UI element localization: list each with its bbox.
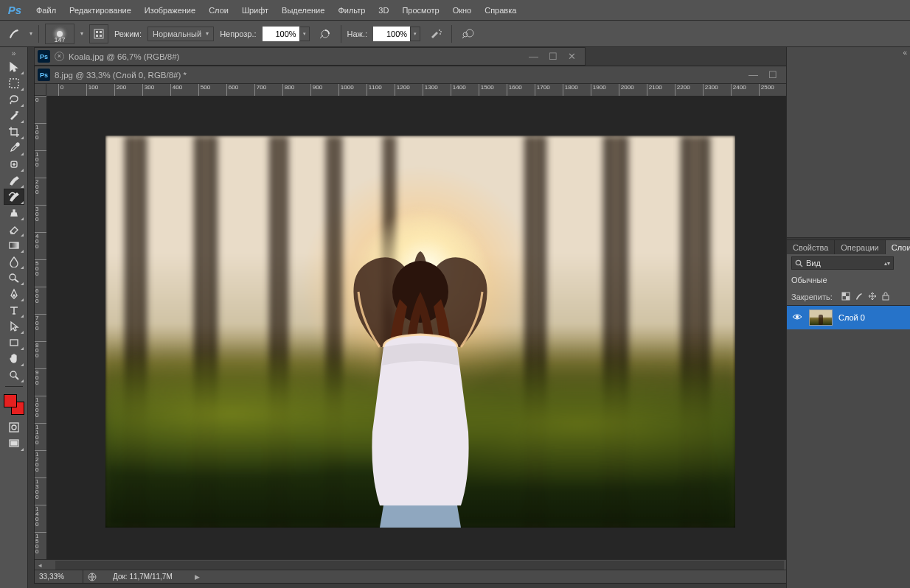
window-minimize-icon[interactable]: — [529, 51, 538, 62]
brush-size-value: 147 [54, 36, 65, 43]
svg-point-30 [796, 315, 799, 318]
svg-rect-4 [100, 35, 102, 37]
panels-empty-area: « [787, 47, 910, 237]
ps-badge-icon: Ps [38, 50, 50, 63]
tool-preset-icon[interactable] [4, 24, 24, 43]
ruler-horizontal[interactable]: 0100200300400500600700800900100011001200… [58, 84, 786, 96]
status-more-icon[interactable]: ▶ [195, 573, 200, 581]
zoom-level[interactable]: 33,33% [35, 570, 83, 583]
menu-bar: Ps Файл Редактирование Изображение Слои … [0, 0, 910, 21]
tab-layers[interactable]: Слои [886, 239, 910, 254]
flow-label: Наж.: [347, 29, 368, 38]
layer-visibility-icon[interactable] [791, 313, 803, 322]
options-bar: ▾ 147 ▾ Режим: Нормальный▾ Непрозр.: 100… [0, 21, 910, 47]
layer-thumbnail[interactable] [809, 309, 833, 326]
right-panels: « Свойства Операции Слои Вид ▴▾ Обычны [786, 47, 910, 588]
svg-point-15 [10, 274, 15, 280]
menu-layers[interactable]: Слои [202, 0, 235, 20]
document-size[interactable]: Док: 11,7M/11,7M [101, 573, 173, 581]
svg-point-7 [440, 31, 442, 32]
svg-rect-2 [100, 31, 102, 33]
window-minimize-icon[interactable]: — [749, 69, 758, 80]
blend-mode-dropdown[interactable]: Нормальный▾ [147, 27, 214, 41]
svg-rect-3 [96, 35, 98, 37]
layer-filter-label: Вид [806, 259, 821, 267]
tab-actions[interactable]: Операции [835, 239, 885, 254]
menu-edit[interactable]: Редактирование [63, 0, 138, 20]
menu-image[interactable]: Изображение [138, 0, 202, 20]
pressure-opacity-icon[interactable] [316, 24, 335, 43]
svg-rect-29 [883, 295, 889, 300]
lock-pixels-icon[interactable] [841, 292, 850, 302]
opacity-value[interactable]: 100% [263, 27, 299, 41]
menu-file[interactable]: Файл [29, 0, 63, 20]
ps-badge-icon: Ps [38, 69, 50, 81]
canvas[interactable] [46, 96, 786, 559]
svg-point-20 [12, 425, 16, 430]
layer-row[interactable]: Слой 0 [787, 306, 910, 329]
ruler-vertical[interactable]: 01 0 01 0 02 0 03 0 04 0 05 0 06 0 07 0 … [35, 96, 46, 559]
menu-help[interactable]: Справка [478, 0, 523, 20]
menu-view[interactable]: Просмотр [395, 0, 445, 20]
menu-3d[interactable]: 3D [372, 0, 395, 20]
svg-point-25 [796, 260, 800, 265]
layer-name[interactable]: Слой 0 [838, 313, 865, 322]
svg-point-12 [16, 143, 19, 146]
opacity-label: Непрозр.: [220, 29, 256, 38]
blend-mode-value: Нормальный [153, 29, 201, 38]
tools-panel [0, 47, 28, 588]
lock-brush-icon[interactable] [855, 292, 864, 302]
pressure-size-icon[interactable] [458, 24, 477, 43]
tool-quickmask[interactable] [4, 419, 24, 435]
tab-properties[interactable]: Свойства [787, 239, 835, 254]
menu-filter[interactable]: Фильтр [331, 0, 372, 20]
window-maximize-icon[interactable]: ☐ [549, 51, 558, 62]
separator [38, 25, 39, 43]
flow-input[interactable]: 100% ▾ [373, 27, 420, 41]
status-globe-icon[interactable] [83, 573, 101, 581]
active-document-window: Ps 8.jpg @ 33,3% (Слой 0, RGB/8#) * — ☐ … [34, 66, 786, 584]
svg-rect-22 [11, 441, 17, 445]
svg-point-6 [439, 29, 440, 31]
svg-point-16 [13, 295, 15, 296]
color-swatches[interactable] [4, 394, 24, 415]
image-content [105, 136, 735, 528]
app-logo: Ps [0, 4, 29, 16]
svg-rect-0 [94, 29, 103, 38]
menu-window[interactable]: Окно [446, 0, 479, 20]
layer-blend-mode[interactable]: Обычные [791, 276, 827, 284]
document-status-bar: 33,33% Док: 11,7M/11,7M ▶ [35, 570, 786, 583]
ruler-origin[interactable] [35, 84, 46, 96]
svg-rect-19 [10, 423, 18, 432]
horizontal-scrollbar[interactable]: ◂▸ [35, 559, 786, 570]
lock-position-icon[interactable] [868, 292, 877, 302]
window-maximize-icon[interactable]: ☐ [768, 69, 777, 80]
inactive-document-titlebar[interactable]: Ps × Koala.jpg @ 66,7% (RGB/8#) — ☐ ✕ [34, 47, 586, 66]
close-doc-icon[interactable]: × [55, 52, 64, 61]
lock-all-icon[interactable] [881, 292, 890, 302]
svg-point-18 [10, 371, 16, 377]
flow-value[interactable]: 100% [373, 27, 410, 41]
layers-panel: Свойства Операции Слои Вид ▴▾ Обычные [787, 237, 910, 329]
separator [451, 25, 452, 43]
svg-point-9 [463, 32, 468, 37]
menu-type[interactable]: Шрифт [235, 0, 275, 20]
opacity-input[interactable]: 100% ▾ [263, 27, 310, 41]
lock-label: Закрепить: [791, 293, 833, 301]
separator [341, 25, 341, 43]
brush-preset-picker[interactable]: 147 [45, 24, 74, 44]
panels-collapse-icon[interactable]: « [903, 49, 907, 57]
airbrush-icon[interactable] [426, 24, 445, 43]
svg-rect-28 [846, 296, 850, 300]
window-close-icon[interactable]: ✕ [568, 51, 576, 62]
tools-collapse-handle[interactable] [1, 50, 27, 56]
svg-rect-14 [10, 242, 18, 248]
layer-filter-dropdown[interactable]: Вид ▴▾ [791, 256, 894, 270]
menu-select[interactable]: Выделение [275, 0, 331, 20]
foreground-color-swatch[interactable] [4, 394, 17, 407]
svg-rect-17 [10, 340, 18, 346]
brush-panel-toggle[interactable] [89, 24, 108, 43]
active-document-titlebar[interactable]: Ps 8.jpg @ 33,3% (Слой 0, RGB/8#) * — ☐ … [35, 66, 786, 84]
document-area: Ps × Koala.jpg @ 66,7% (RGB/8#) — ☐ ✕ Ps… [28, 47, 786, 588]
mode-label: Режим: [114, 29, 142, 38]
